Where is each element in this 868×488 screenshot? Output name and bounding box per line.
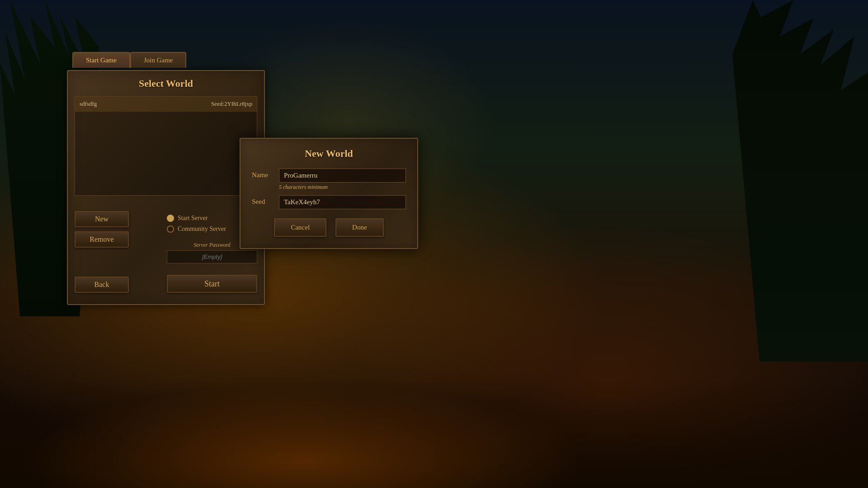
cancel-button[interactable]: Cancel	[274, 218, 326, 237]
tab-start-game[interactable]: Start Game	[72, 52, 130, 68]
community-server-radio[interactable]	[167, 225, 174, 233]
remove-button[interactable]: Remove	[75, 231, 129, 248]
name-field-row: Name 5 characters minimum	[252, 169, 406, 191]
panel-title: Select World	[68, 71, 264, 94]
password-input[interactable]	[167, 250, 257, 263]
tab-join-game[interactable]: Join Game	[130, 52, 187, 68]
seed-field-row: Seed	[252, 195, 406, 209]
name-input-wrap: 5 characters minimum	[279, 169, 406, 191]
community-server-label: Community Server	[178, 225, 226, 233]
world-item[interactable]: sdfsdfg Seed:2YIhLr8jxp	[75, 97, 257, 112]
dialog-buttons: Cancel Done	[252, 218, 406, 237]
done-button[interactable]: Done	[335, 218, 384, 237]
name-hint: 5 characters minimum	[279, 184, 406, 191]
new-button[interactable]: New	[75, 211, 129, 227]
start-server-radio[interactable]	[167, 215, 174, 222]
name-input[interactable]	[279, 169, 406, 183]
dialog-title: New World	[252, 148, 406, 160]
select-world-panel: Start Game Join Game Select World sdfsdf…	[67, 70, 265, 305]
seed-label: Seed	[252, 195, 274, 206]
start-server-label: Start Server	[178, 215, 208, 222]
name-label: Name	[252, 169, 274, 179]
seed-input[interactable]	[279, 195, 406, 209]
world-seed: Seed:2YIhLr8jxp	[211, 100, 252, 108]
start-button[interactable]: Start	[167, 275, 257, 293]
tabs-row: Start Game Join Game	[72, 52, 186, 68]
seed-input-wrap	[279, 195, 406, 209]
back-button[interactable]: Back	[75, 277, 129, 293]
world-list[interactable]: sdfsdfg Seed:2YIhLr8jxp	[75, 96, 257, 196]
world-name: sdfsdfg	[80, 100, 97, 108]
new-world-dialog: New World Name 5 characters minimum Seed…	[240, 138, 418, 249]
